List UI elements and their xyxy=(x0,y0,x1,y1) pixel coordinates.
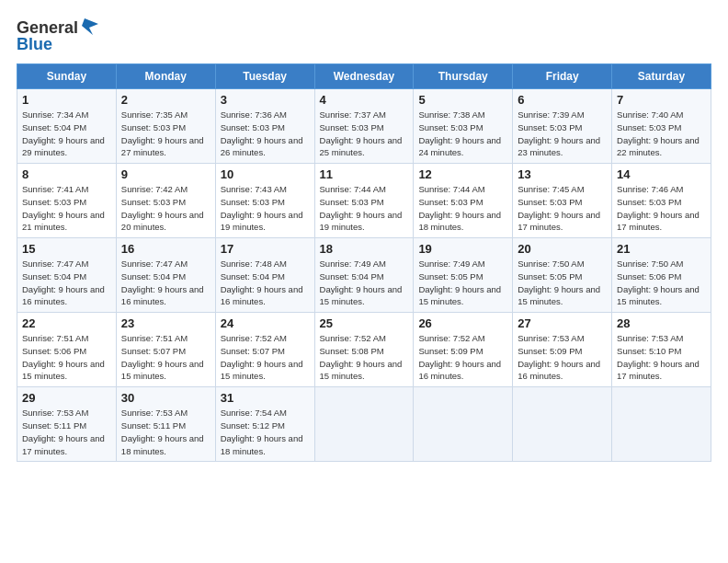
calendar-cell: 22Sunrise: 7:51 AMSunset: 5:06 PMDayligh… xyxy=(17,313,117,387)
day-number: 7 xyxy=(617,93,707,107)
day-number: 23 xyxy=(121,316,211,330)
calendar-cell: 17Sunrise: 7:48 AMSunset: 5:04 PMDayligh… xyxy=(215,238,314,313)
day-info: Sunrise: 7:37 AMSunset: 5:03 PMDaylight:… xyxy=(320,109,410,159)
day-number: 15 xyxy=(22,242,112,256)
logo: General Blue xyxy=(17,17,98,54)
calendar-cell xyxy=(414,387,513,462)
calendar-cell: 29Sunrise: 7:53 AMSunset: 5:11 PMDayligh… xyxy=(17,387,117,462)
calendar-week-1: 1Sunrise: 7:34 AMSunset: 5:04 PMDaylight… xyxy=(17,89,711,164)
day-number: 21 xyxy=(617,242,707,256)
calendar-cell: 20Sunrise: 7:50 AMSunset: 5:05 PMDayligh… xyxy=(513,238,612,313)
logo-bird-icon xyxy=(80,17,98,39)
day-number: 31 xyxy=(221,391,311,405)
calendar-cell: 16Sunrise: 7:47 AMSunset: 5:04 PMDayligh… xyxy=(116,238,215,313)
day-info: Sunrise: 7:53 AMSunset: 5:11 PMDaylight:… xyxy=(121,407,211,457)
calendar-cell: 24Sunrise: 7:52 AMSunset: 5:07 PMDayligh… xyxy=(215,313,314,387)
day-number: 27 xyxy=(518,316,608,330)
calendar-cell xyxy=(612,387,711,462)
calendar-cell: 27Sunrise: 7:53 AMSunset: 5:09 PMDayligh… xyxy=(513,313,612,387)
day-number: 19 xyxy=(418,242,508,256)
calendar-week-4: 22Sunrise: 7:51 AMSunset: 5:06 PMDayligh… xyxy=(17,313,711,387)
calendar-cell: 23Sunrise: 7:51 AMSunset: 5:07 PMDayligh… xyxy=(116,313,215,387)
day-number: 26 xyxy=(418,316,508,330)
calendar-cell: 7Sunrise: 7:40 AMSunset: 5:03 PMDaylight… xyxy=(612,89,711,164)
calendar-cell: 5Sunrise: 7:38 AMSunset: 5:03 PMDaylight… xyxy=(414,89,513,164)
day-info: Sunrise: 7:50 AMSunset: 5:06 PMDaylight:… xyxy=(617,258,707,308)
calendar-cell: 2Sunrise: 7:35 AMSunset: 5:03 PMDaylight… xyxy=(116,89,215,164)
day-info: Sunrise: 7:50 AMSunset: 5:05 PMDaylight:… xyxy=(518,258,608,308)
calendar-cell: 15Sunrise: 7:47 AMSunset: 5:04 PMDayligh… xyxy=(17,238,117,313)
calendar-cell: 10Sunrise: 7:43 AMSunset: 5:03 PMDayligh… xyxy=(215,164,314,238)
calendar-cell: 31Sunrise: 7:54 AMSunset: 5:12 PMDayligh… xyxy=(215,387,314,462)
calendar-cell: 11Sunrise: 7:44 AMSunset: 5:03 PMDayligh… xyxy=(314,164,414,238)
calendar-table: SundayMondayTuesdayWednesdayThursdayFrid… xyxy=(17,63,711,462)
day-info: Sunrise: 7:49 AMSunset: 5:05 PMDaylight:… xyxy=(418,258,508,308)
day-number: 16 xyxy=(121,242,211,256)
day-info: Sunrise: 7:38 AMSunset: 5:03 PMDaylight:… xyxy=(418,109,508,159)
day-number: 13 xyxy=(518,167,608,181)
day-number: 3 xyxy=(221,93,311,107)
day-number: 6 xyxy=(518,93,608,107)
calendar-week-5: 29Sunrise: 7:53 AMSunset: 5:11 PMDayligh… xyxy=(17,387,711,462)
weekday-header-friday: Friday xyxy=(513,64,612,89)
calendar-cell xyxy=(513,387,612,462)
header: General Blue xyxy=(17,17,711,54)
svg-marker-0 xyxy=(82,18,98,35)
day-number: 20 xyxy=(518,242,608,256)
day-info: Sunrise: 7:52 AMSunset: 5:09 PMDaylight:… xyxy=(418,332,508,383)
day-info: Sunrise: 7:47 AMSunset: 5:04 PMDaylight:… xyxy=(22,258,112,308)
day-number: 29 xyxy=(22,391,112,405)
day-info: Sunrise: 7:51 AMSunset: 5:06 PMDaylight:… xyxy=(22,332,112,383)
day-number: 10 xyxy=(221,167,311,181)
weekday-header-thursday: Thursday xyxy=(414,64,513,89)
day-info: Sunrise: 7:48 AMSunset: 5:04 PMDaylight:… xyxy=(221,258,311,308)
day-number: 25 xyxy=(320,316,410,330)
calendar-body: 1Sunrise: 7:34 AMSunset: 5:04 PMDaylight… xyxy=(17,89,711,462)
day-info: Sunrise: 7:44 AMSunset: 5:03 PMDaylight:… xyxy=(418,183,508,234)
day-info: Sunrise: 7:49 AMSunset: 5:04 PMDaylight:… xyxy=(320,258,410,308)
day-info: Sunrise: 7:47 AMSunset: 5:04 PMDaylight:… xyxy=(121,258,211,308)
day-number: 17 xyxy=(221,242,311,256)
calendar-container: General Blue SundayMondayTuesdayWednesda… xyxy=(0,0,728,471)
day-info: Sunrise: 7:52 AMSunset: 5:07 PMDaylight:… xyxy=(221,332,311,383)
calendar-cell: 8Sunrise: 7:41 AMSunset: 5:03 PMDaylight… xyxy=(17,164,117,238)
day-info: Sunrise: 7:53 AMSunset: 5:09 PMDaylight:… xyxy=(518,332,608,383)
day-info: Sunrise: 7:44 AMSunset: 5:03 PMDaylight:… xyxy=(320,183,410,234)
calendar-cell: 12Sunrise: 7:44 AMSunset: 5:03 PMDayligh… xyxy=(414,164,513,238)
weekday-header-saturday: Saturday xyxy=(612,64,711,89)
weekday-header-monday: Monday xyxy=(116,64,215,89)
calendar-cell: 4Sunrise: 7:37 AMSunset: 5:03 PMDaylight… xyxy=(314,89,414,164)
weekday-header-wednesday: Wednesday xyxy=(314,64,414,89)
day-number: 2 xyxy=(121,93,211,107)
day-info: Sunrise: 7:52 AMSunset: 5:08 PMDaylight:… xyxy=(320,332,410,383)
calendar-cell: 18Sunrise: 7:49 AMSunset: 5:04 PMDayligh… xyxy=(314,238,414,313)
calendar-week-2: 8Sunrise: 7:41 AMSunset: 5:03 PMDaylight… xyxy=(17,164,711,238)
day-number: 4 xyxy=(320,93,410,107)
weekday-header-sunday: Sunday xyxy=(17,64,117,89)
calendar-cell: 9Sunrise: 7:42 AMSunset: 5:03 PMDaylight… xyxy=(116,164,215,238)
day-number: 9 xyxy=(121,167,211,181)
calendar-cell xyxy=(314,387,414,462)
calendar-cell: 25Sunrise: 7:52 AMSunset: 5:08 PMDayligh… xyxy=(314,313,414,387)
day-info: Sunrise: 7:40 AMSunset: 5:03 PMDaylight:… xyxy=(617,109,707,159)
day-info: Sunrise: 7:42 AMSunset: 5:03 PMDaylight:… xyxy=(121,183,211,234)
calendar-cell: 30Sunrise: 7:53 AMSunset: 5:11 PMDayligh… xyxy=(116,387,215,462)
day-info: Sunrise: 7:34 AMSunset: 5:04 PMDaylight:… xyxy=(22,109,112,159)
day-info: Sunrise: 7:53 AMSunset: 5:10 PMDaylight:… xyxy=(617,332,707,383)
day-number: 30 xyxy=(121,391,211,405)
calendar-cell: 26Sunrise: 7:52 AMSunset: 5:09 PMDayligh… xyxy=(414,313,513,387)
day-info: Sunrise: 7:51 AMSunset: 5:07 PMDaylight:… xyxy=(121,332,211,383)
calendar-cell: 6Sunrise: 7:39 AMSunset: 5:03 PMDaylight… xyxy=(513,89,612,164)
day-number: 5 xyxy=(418,93,508,107)
day-number: 22 xyxy=(22,316,112,330)
calendar-cell: 28Sunrise: 7:53 AMSunset: 5:10 PMDayligh… xyxy=(612,313,711,387)
day-info: Sunrise: 7:36 AMSunset: 5:03 PMDaylight:… xyxy=(221,109,311,159)
day-number: 28 xyxy=(617,316,707,330)
day-info: Sunrise: 7:43 AMSunset: 5:03 PMDaylight:… xyxy=(221,183,311,234)
calendar-header: SundayMondayTuesdayWednesdayThursdayFrid… xyxy=(17,64,711,89)
day-number: 12 xyxy=(418,167,508,181)
day-info: Sunrise: 7:46 AMSunset: 5:03 PMDaylight:… xyxy=(617,183,707,234)
day-number: 14 xyxy=(617,167,707,181)
day-info: Sunrise: 7:45 AMSunset: 5:03 PMDaylight:… xyxy=(518,183,608,234)
calendar-cell: 19Sunrise: 7:49 AMSunset: 5:05 PMDayligh… xyxy=(414,238,513,313)
